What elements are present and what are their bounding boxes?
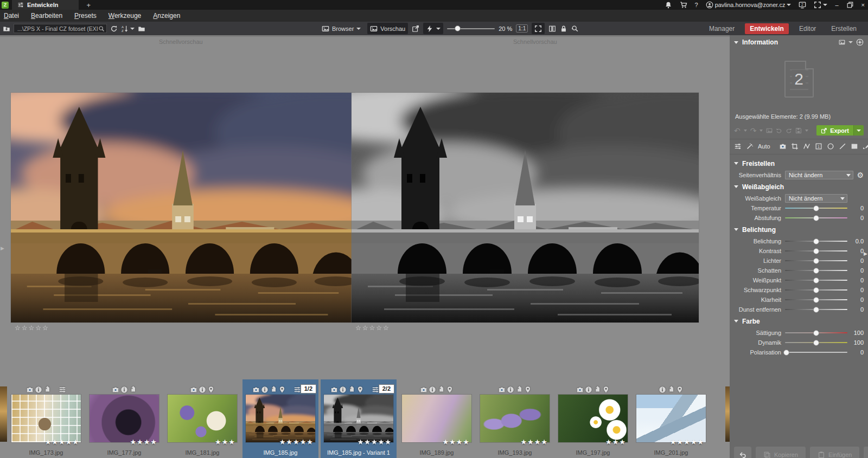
slider-thumb[interactable]: [813, 307, 819, 313]
restore-button[interactable]: [846, 1, 854, 9]
slider-track-schatten[interactable]: [785, 270, 847, 271]
second-monitor-icon[interactable]: [799, 1, 806, 9]
save-icon[interactable]: [795, 127, 802, 134]
kopieren-button[interactable]: Kopieren: [756, 447, 806, 458]
slider-thumb[interactable]: [813, 258, 819, 264]
slider-thumb[interactable]: [813, 205, 819, 211]
path-input[interactable]: ...\ZPS X - Final CZ fotoset (EXIF, ordr: [14, 24, 107, 33]
slider-thumb[interactable]: [813, 268, 819, 274]
thumbnail-image[interactable]: ★★★★★: [246, 395, 315, 442]
rating-stars-right[interactable]: ☆☆☆☆☆: [355, 324, 390, 332]
refresh-icon[interactable]: [110, 25, 118, 33]
more-button[interactable]: [864, 447, 868, 458]
back-button[interactable]: [734, 447, 751, 458]
section-header-belichtung[interactable]: Belichtung: [730, 223, 868, 236]
redo-icon[interactable]: ↷: [750, 126, 757, 135]
export-dropdown[interactable]: [853, 125, 864, 136]
thumbnail-rating-stars[interactable]: ★★★★★: [358, 438, 392, 446]
camera-raw-tool-icon[interactable]: [779, 143, 787, 150]
shop-cart-icon[interactable]: [680, 1, 687, 9]
thumbnail-rating-stars[interactable]: ★★★: [215, 438, 235, 446]
clipped-thumbnail-left[interactable]: [0, 386, 7, 442]
zoom-slider-thumb[interactable]: [455, 25, 461, 31]
thumbnail-rating-stars[interactable]: ★★★★: [130, 438, 157, 446]
menu-item-werkzeuge[interactable]: Werkzeuge: [108, 12, 141, 20]
curve-tool-icon[interactable]: [803, 143, 810, 150]
thumbnail-rating-stars[interactable]: ★★★★★: [45, 438, 79, 446]
slider-thumb[interactable]: [813, 215, 819, 221]
rating-stars-left[interactable]: ☆☆☆☆☆: [15, 324, 49, 332]
thumbnail-rating-stars[interactable]: ★★★★: [442, 438, 470, 446]
thumbnail-image[interactable]: ★★★★★: [636, 395, 706, 442]
slider-track-kontrast[interactable]: [785, 250, 847, 251]
thumbnail-image[interactable]: ★★★★: [402, 395, 471, 442]
radial-filter-icon[interactable]: [827, 143, 834, 150]
chevron-down-icon[interactable]: [744, 130, 747, 132]
thumbnail-image[interactable]: ★★★★★: [11, 395, 81, 442]
thumbnail-image[interactable]: ★★★★: [480, 395, 550, 442]
module-tab-editor[interactable]: Editor: [794, 23, 821, 34]
chevron-down-icon[interactable]: [848, 41, 853, 43]
menu-item-bearbeiten[interactable]: Bearbeiten: [31, 12, 62, 20]
rotate-left-icon[interactable]: [776, 127, 782, 134]
slider-track-dunst entfernen[interactable]: [785, 309, 847, 310]
thumbnail-rating-stars[interactable]: ★★★★: [520, 438, 548, 446]
section-header-weißabgleich[interactable]: Weißabgleich: [730, 180, 868, 193]
slider-track-abstufung[interactable]: [785, 217, 847, 218]
preview-image-color[interactable]: [11, 93, 355, 322]
account-menu[interactable]: pavlina.hornova@zoner.cz: [706, 1, 792, 9]
crop-tool-icon[interactable]: [791, 143, 799, 150]
filmstrip-item[interactable]: ★★★★★IMG_173.jpg: [8, 379, 84, 458]
zoom-1to1-button[interactable]: 1:1: [516, 24, 528, 33]
menu-item-datei[interactable]: Datei: [4, 12, 19, 20]
slider-thumb[interactable]: [813, 248, 819, 254]
histogram-toggle-icon[interactable]: [839, 39, 845, 46]
filmstrip-item[interactable]: 2/2★★★★★IMG_185.jpg - Variant 1: [321, 379, 397, 458]
close-button[interactable]: ×: [861, 2, 865, 8]
panel-settings-gear-icon[interactable]: [856, 38, 864, 46]
module-tab-manager[interactable]: Manager: [704, 23, 739, 34]
auto-label[interactable]: Auto: [758, 143, 770, 150]
filmstrip-item[interactable]: ★★★IMG_197.jpg: [555, 379, 631, 458]
einfügen-button[interactable]: Einfügen: [810, 447, 859, 458]
filmstrip-item[interactable]: ★★★★IMG_189.jpg: [399, 379, 475, 458]
sort-menu[interactable]: [121, 25, 135, 33]
notifications-bell-icon[interactable]: [665, 1, 672, 9]
slider-track-lichter[interactable]: [785, 260, 847, 261]
lock-zoom-icon[interactable]: [560, 25, 567, 33]
information-header[interactable]: Information: [730, 35, 868, 49]
search-icon[interactable]: [98, 25, 105, 32]
slider-track-weißpunkt[interactable]: [785, 280, 847, 281]
filmstrip-item[interactable]: ★★★★★IMG_201.jpg: [633, 379, 709, 458]
menu-item-presets[interactable]: Presets: [74, 12, 97, 20]
help-icon[interactable]: ?: [695, 2, 698, 8]
left-panel-expand-handle[interactable]: ▶: [1, 246, 4, 251]
fit-to-screen-button[interactable]: [532, 23, 545, 34]
slider-track-dynamik[interactable]: [785, 342, 847, 343]
chevron-down-icon[interactable]: [760, 130, 763, 132]
window-tab-entwickeln[interactable]: Entwickeln: [12, 0, 79, 10]
image-preview-icon[interactable]: [766, 127, 773, 134]
fullscreen-menu[interactable]: [814, 1, 827, 9]
slider-track-temperatur[interactable]: [785, 208, 847, 209]
compare-view-icon[interactable]: [548, 25, 556, 33]
new-folder-icon[interactable]: [138, 25, 145, 33]
rotate-right-icon[interactable]: [786, 127, 792, 134]
minimize-button[interactable]: –: [835, 2, 838, 8]
thumbnail-image[interactable]: ★★★: [168, 395, 237, 442]
external-window-icon[interactable]: [412, 25, 419, 33]
dropdown-weißabgleich[interactable]: Nicht ändern: [785, 194, 847, 203]
slider-track-polarisation[interactable]: [785, 352, 847, 353]
thumbnail-rating-stars[interactable]: ★★★★★: [670, 438, 704, 446]
module-tab-entwickeln[interactable]: Entwickeln: [745, 23, 789, 34]
brush-tool-icon[interactable]: [863, 143, 868, 150]
slider-track-schwarzpunkt[interactable]: [785, 289, 847, 291]
undo-icon[interactable]: ↶: [734, 126, 741, 135]
slider-track-sättigung[interactable]: [785, 332, 847, 333]
quick-develop-button[interactable]: [423, 23, 443, 34]
thumbnail-image[interactable]: ★★★★: [90, 395, 159, 442]
linear-filter-icon[interactable]: [839, 143, 846, 150]
chevron-down-icon[interactable]: [805, 130, 808, 132]
clipped-thumbnail-right[interactable]: [725, 386, 730, 442]
preview-mode-button[interactable]: Vorschau: [367, 23, 408, 34]
